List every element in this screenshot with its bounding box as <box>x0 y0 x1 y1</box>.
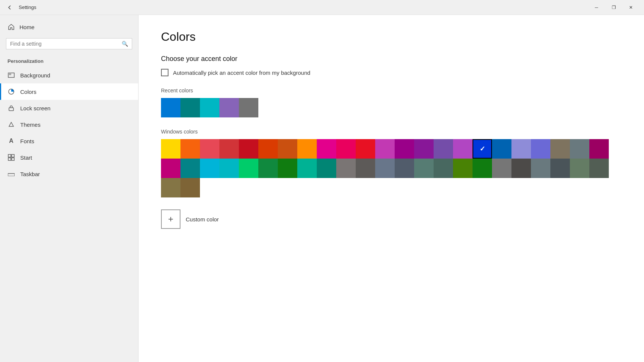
sidebar-section-title: Personalization <box>0 52 138 67</box>
background-label: Background <box>20 72 50 79</box>
windows-color-swatch[interactable] <box>531 159 550 178</box>
windows-color-swatch[interactable] <box>200 159 219 178</box>
svg-rect-4 <box>8 154 11 157</box>
windows-color-swatch[interactable] <box>570 139 589 159</box>
windows-color-swatch[interactable] <box>453 159 473 178</box>
recent-color-swatch[interactable] <box>219 98 239 117</box>
window-controls: ─ ❐ ✕ <box>588 0 640 15</box>
windows-color-swatch[interactable] <box>258 159 278 178</box>
windows-color-swatch[interactable] <box>317 139 336 159</box>
fonts-label: Fonts <box>20 138 34 144</box>
windows-color-swatch[interactable] <box>258 139 278 159</box>
windows-color-swatch[interactable] <box>550 139 570 159</box>
taskbar-icon <box>7 170 15 178</box>
custom-color-label: Custom color <box>186 216 219 223</box>
sidebar-item-colors[interactable]: Colors <box>0 83 138 100</box>
windows-color-swatch[interactable] <box>336 159 356 178</box>
windows-color-swatch[interactable] <box>434 159 453 178</box>
windows-color-swatch[interactable] <box>239 139 258 159</box>
windows-color-swatch[interactable] <box>336 139 356 159</box>
custom-color-plus-icon: + <box>161 209 180 229</box>
windows-color-swatch[interactable] <box>473 159 492 178</box>
recent-color-swatch[interactable] <box>200 98 219 117</box>
search-icon: 🔍 <box>122 41 128 47</box>
close-button[interactable]: ✕ <box>622 0 640 15</box>
recent-colors-section: Recent colors <box>161 88 622 117</box>
minimize-button[interactable]: ─ <box>588 0 605 15</box>
windows-color-swatch[interactable] <box>492 139 511 159</box>
svg-rect-7 <box>12 158 14 160</box>
search-input[interactable] <box>10 41 119 47</box>
windows-color-swatch[interactable] <box>434 139 453 159</box>
windows-color-swatch[interactable] <box>239 159 258 178</box>
sidebar-item-themes[interactable]: Themes <box>0 116 138 133</box>
svg-rect-8 <box>8 174 15 176</box>
windows-color-swatch[interactable] <box>356 139 375 159</box>
start-label: Start <box>20 154 32 161</box>
windows-color-swatch[interactable] <box>297 159 317 178</box>
windows-color-swatch[interactable] <box>161 159 180 178</box>
windows-color-swatch[interactable] <box>317 159 336 178</box>
recent-color-swatch[interactable] <box>180 98 200 117</box>
windows-color-swatch[interactable] <box>414 139 434 159</box>
windows-color-swatch[interactable] <box>570 159 589 178</box>
windows-color-swatch[interactable] <box>395 159 414 178</box>
sidebar: Home 🔍 Personalization Background <box>0 15 139 362</box>
lock-screen-icon <box>7 104 15 112</box>
windows-color-swatch[interactable] <box>297 139 317 159</box>
windows-color-swatch[interactable] <box>161 178 180 197</box>
svg-rect-6 <box>8 158 11 160</box>
windows-color-swatch[interactable] <box>492 159 511 178</box>
windows-color-swatch[interactable] <box>375 159 395 178</box>
windows-color-swatch[interactable] <box>161 139 180 159</box>
search-box[interactable]: 🔍 <box>6 38 132 49</box>
sidebar-item-background[interactable]: Background <box>0 67 138 83</box>
windows-color-swatch[interactable] <box>589 139 609 159</box>
svg-rect-1 <box>8 73 11 75</box>
sidebar-item-taskbar[interactable]: Taskbar <box>0 166 138 182</box>
restore-button[interactable]: ❐ <box>605 0 622 15</box>
windows-color-swatch[interactable] <box>200 139 219 159</box>
sidebar-item-start[interactable]: Start <box>0 149 138 166</box>
back-button[interactable] <box>4 2 15 13</box>
windows-color-swatch[interactable] <box>453 139 473 159</box>
windows-color-swatch[interactable] <box>278 159 297 178</box>
windows-color-swatch[interactable] <box>180 139 200 159</box>
recent-color-swatch[interactable] <box>239 98 258 117</box>
windows-color-swatch[interactable] <box>473 139 492 159</box>
recent-color-swatch[interactable] <box>161 98 180 117</box>
windows-color-swatch[interactable] <box>395 139 414 159</box>
windows-color-swatch[interactable] <box>550 159 570 178</box>
window-title: Settings <box>19 4 36 10</box>
svg-rect-3 <box>9 108 13 111</box>
sidebar-item-lock-screen[interactable]: Lock screen <box>0 100 138 116</box>
themes-label: Themes <box>20 122 40 128</box>
themes-icon <box>7 121 15 128</box>
titlebar: Settings ─ ❐ ✕ <box>0 0 644 15</box>
windows-color-swatch[interactable] <box>511 159 531 178</box>
sidebar-item-fonts[interactable]: A Fonts <box>0 133 138 149</box>
windows-color-swatch[interactable] <box>589 159 609 178</box>
recent-colors-label: Recent colors <box>161 88 622 93</box>
custom-color-button[interactable]: + Custom color <box>161 205 622 233</box>
recent-color-grid <box>161 98 622 117</box>
auto-accent-label: Automatically pick an accent color from … <box>173 70 310 76</box>
windows-color-grid <box>161 139 622 197</box>
windows-color-swatch[interactable] <box>511 139 531 159</box>
windows-color-swatch[interactable] <box>375 139 395 159</box>
auto-accent-checkbox[interactable] <box>161 69 168 76</box>
windows-color-swatch[interactable] <box>180 178 200 197</box>
windows-color-swatch[interactable] <box>356 159 375 178</box>
windows-color-swatch[interactable] <box>180 159 200 178</box>
windows-color-swatch[interactable] <box>414 159 434 178</box>
app-body: Home 🔍 Personalization Background <box>0 15 644 362</box>
windows-color-swatch[interactable] <box>219 159 239 178</box>
sidebar-home[interactable]: Home <box>0 19 138 35</box>
windows-color-swatch[interactable] <box>531 139 550 159</box>
fonts-icon: A <box>7 137 15 145</box>
windows-color-swatch[interactable] <box>278 139 297 159</box>
lock-screen-label: Lock screen <box>20 105 51 111</box>
windows-color-swatch[interactable] <box>219 139 239 159</box>
windows-colors-section: Windows colors <box>161 129 622 197</box>
background-icon <box>7 71 15 79</box>
